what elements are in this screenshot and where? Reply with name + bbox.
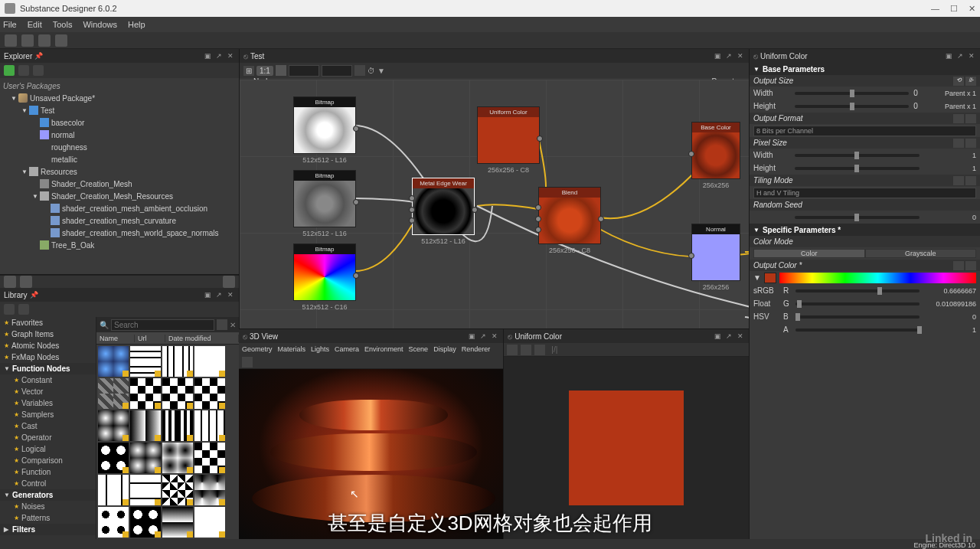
library-thumb[interactable] bbox=[194, 410, 225, 441]
tree-item[interactable]: normal bbox=[0, 129, 239, 141]
library-thumb[interactable] bbox=[194, 378, 225, 409]
graph-canvas[interactable]: Bitmap 512x512 - L16 Bitmap 512x512 - L1… bbox=[240, 80, 749, 328]
specific-params-header[interactable]: Specific Parameters * bbox=[763, 226, 841, 234]
minimize-button[interactable]: — bbox=[931, 4, 939, 14]
node-bitmap-2[interactable]: Bitmap 512x512 - L16 bbox=[293, 170, 356, 227]
panel-dock-icon[interactable]: ▣ bbox=[203, 51, 212, 60]
a-slider[interactable] bbox=[795, 328, 920, 332]
library-category[interactable]: ★Operator bbox=[0, 432, 96, 443]
library-thumb[interactable] bbox=[194, 346, 225, 377]
library-thumb[interactable] bbox=[194, 443, 225, 473]
node-basecolor-output[interactable]: Base Color 256x256 bbox=[691, 122, 740, 179]
library-category[interactable]: ★Logical bbox=[0, 443, 96, 455]
library-thumb[interactable] bbox=[98, 507, 129, 538]
col-name[interactable]: Name bbox=[96, 335, 135, 342]
library-thumb[interactable] bbox=[162, 410, 193, 441]
width-slider[interactable] bbox=[795, 92, 909, 95]
library-thumb[interactable] bbox=[98, 410, 129, 441]
footer-tool1-icon[interactable] bbox=[4, 276, 16, 288]
view3d-menu-item[interactable]: Lights bbox=[311, 345, 329, 353]
panel-float-icon[interactable]: ↗ bbox=[214, 290, 224, 299]
library-category[interactable]: ★Atomic Nodes bbox=[0, 340, 96, 351]
color-swatch[interactable] bbox=[764, 273, 776, 283]
library-thumb[interactable] bbox=[162, 378, 193, 409]
footer-tool3-icon[interactable] bbox=[223, 276, 235, 288]
node-bitmap-3[interactable]: Bitmap 512x512 - C16 bbox=[293, 243, 356, 301]
view3d-menu-item[interactable]: Renderer bbox=[462, 345, 491, 353]
library-thumb[interactable] bbox=[194, 507, 225, 538]
library-tool-icon[interactable] bbox=[4, 304, 15, 315]
node-normal-output[interactable]: Normal 256x256 bbox=[691, 224, 740, 281]
library-thumb[interactable] bbox=[162, 475, 193, 505]
hue-gradient[interactable] bbox=[779, 273, 976, 283]
library-category[interactable]: ▼Function Nodes bbox=[0, 363, 96, 374]
library-thumb[interactable] bbox=[162, 507, 193, 538]
tree-item[interactable]: shader_creation_mesh_world_space_normals bbox=[0, 227, 239, 239]
panel-close-icon[interactable]: ✕ bbox=[226, 290, 235, 299]
library-category[interactable]: ★Favorites bbox=[0, 317, 96, 328]
library-thumb[interactable] bbox=[162, 443, 193, 473]
tree-item[interactable]: ▼Shader_Creation_Mesh_Resources bbox=[0, 190, 239, 202]
panel-float-icon[interactable]: ↗ bbox=[214, 51, 224, 60]
menu-edit[interactable]: Edit bbox=[28, 20, 42, 29]
menu-file[interactable]: File bbox=[3, 20, 17, 29]
panel-dock-icon[interactable]: ▣ bbox=[203, 290, 212, 299]
library-category[interactable]: ★Comparison bbox=[0, 455, 96, 466]
tree-item[interactable]: Shader_Creation_Mesh bbox=[0, 178, 239, 190]
view2d-tool2-icon[interactable] bbox=[521, 345, 531, 355]
tree-item[interactable]: shader_creation_mesh_ambient_occlusion bbox=[0, 202, 239, 214]
col-url[interactable]: Url bbox=[135, 335, 165, 342]
library-category[interactable]: ▶Filters bbox=[0, 524, 96, 535]
library-category[interactable]: ★Constant bbox=[0, 374, 96, 386]
graph-input1[interactable] bbox=[289, 65, 319, 77]
explorer-tool-icon[interactable] bbox=[18, 65, 29, 76]
view3d-menu-item[interactable]: Environment bbox=[364, 345, 403, 353]
panel-float-icon[interactable]: ↗ bbox=[724, 51, 733, 60]
b-slider[interactable] bbox=[795, 315, 920, 319]
tree-item[interactable]: Tree_B_Oak bbox=[0, 239, 239, 251]
library-category[interactable]: ★Control bbox=[0, 478, 96, 489]
height-slider[interactable] bbox=[795, 105, 909, 108]
panel-dock-icon[interactable]: ▣ bbox=[713, 51, 722, 60]
tiling-field[interactable]: H and V Tiling bbox=[753, 188, 976, 198]
view3d-menu-item[interactable]: Camera bbox=[335, 345, 359, 353]
r-slider[interactable] bbox=[795, 289, 920, 292]
tree-item[interactable]: ▼Test bbox=[0, 104, 239, 116]
view3d-menu-item[interactable]: Materials bbox=[278, 345, 306, 353]
timer-icon[interactable]: ⏱ bbox=[368, 67, 375, 75]
library-category[interactable]: ★Variables bbox=[0, 397, 96, 409]
library-tool2-icon[interactable] bbox=[18, 304, 29, 315]
library-thumb[interactable] bbox=[98, 475, 129, 505]
library-thumb[interactable] bbox=[98, 443, 129, 473]
view2d-tool3-icon[interactable] bbox=[534, 345, 545, 355]
tree-item[interactable]: roughness bbox=[0, 141, 239, 153]
px-height-slider[interactable] bbox=[795, 167, 920, 170]
tree-item[interactable]: ▼Resources bbox=[0, 165, 239, 178]
library-thumb[interactable] bbox=[130, 346, 161, 377]
g-slider[interactable] bbox=[795, 302, 920, 306]
base-params-header[interactable]: Base Parameters bbox=[763, 65, 825, 74]
library-thumb[interactable] bbox=[162, 346, 193, 377]
library-category[interactable]: ★Vector bbox=[0, 386, 96, 397]
library-thumb[interactable] bbox=[130, 378, 161, 409]
format-field[interactable]: 8 Bits per Channel bbox=[753, 126, 976, 136]
graph-input2[interactable] bbox=[322, 65, 352, 77]
zoom-reset-icon[interactable]: ⊞ bbox=[243, 66, 254, 76]
view3d-tool-icon[interactable] bbox=[242, 357, 253, 368]
col-date[interactable]: Date modified bbox=[165, 335, 239, 342]
library-thumb[interactable] bbox=[130, 507, 161, 538]
library-thumb[interactable] bbox=[130, 443, 161, 473]
library-category[interactable]: ★Function bbox=[0, 466, 96, 478]
menu-windows[interactable]: Windows bbox=[83, 20, 117, 29]
close-button[interactable]: ✕ bbox=[969, 4, 975, 14]
play-icon[interactable] bbox=[4, 65, 15, 76]
menu-help[interactable]: Help bbox=[128, 20, 145, 29]
library-thumb[interactable] bbox=[130, 410, 161, 441]
library-thumb[interactable] bbox=[130, 475, 161, 505]
zoom-label[interactable]: 1:1 bbox=[256, 66, 273, 76]
library-thumb[interactable] bbox=[98, 346, 129, 377]
view3d-menu-item[interactable]: Scene bbox=[409, 345, 429, 353]
tab-grayscale[interactable]: Grayscale bbox=[865, 249, 977, 258]
graph-tool2-icon[interactable] bbox=[354, 65, 365, 76]
node-bitmap-1[interactable]: Bitmap 512x512 - L16 bbox=[293, 96, 356, 154]
